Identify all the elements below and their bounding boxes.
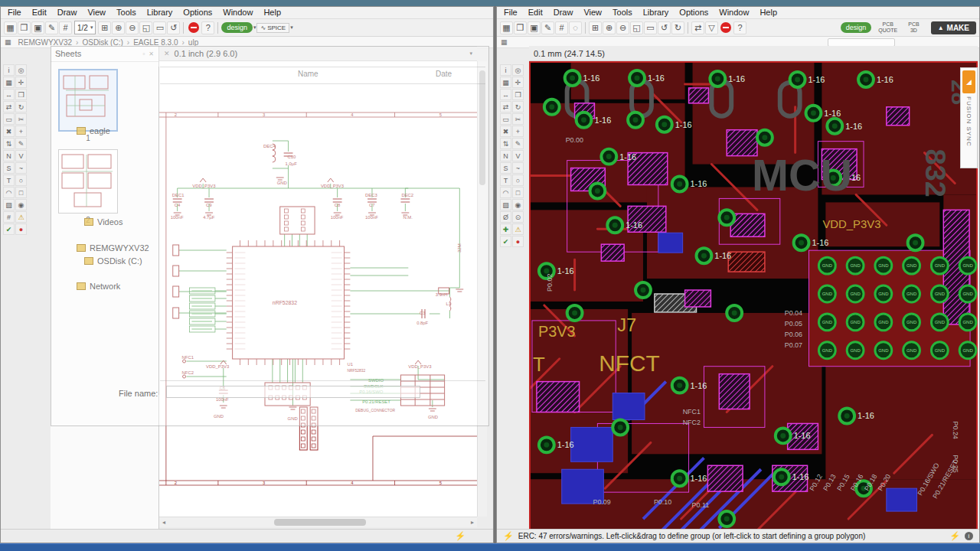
toolbar-icon[interactable]: ↻ bbox=[671, 21, 684, 34]
tool-icon[interactable]: + bbox=[512, 126, 524, 137]
menu-file[interactable]: File bbox=[2, 7, 27, 18]
gnd-pad[interactable]: GND bbox=[818, 314, 835, 331]
tool-icon[interactable]: ● bbox=[512, 236, 524, 247]
tool-icon[interactable]: ❒ bbox=[15, 89, 27, 100]
design-link-button[interactable]: design bbox=[221, 22, 253, 33]
tool-icon[interactable]: ✖ bbox=[3, 126, 15, 137]
toolbar-icon[interactable]: ▽ bbox=[705, 21, 718, 34]
via-pad[interactable] bbox=[719, 511, 734, 527]
tool-icon[interactable]: ◉ bbox=[512, 199, 524, 210]
bottom-layer-pad[interactable] bbox=[658, 233, 683, 253]
gnd-pad[interactable]: GND bbox=[959, 285, 976, 302]
toolbar-icon[interactable]: ↺ bbox=[167, 21, 180, 34]
toolbar-icon[interactable]: ▦ bbox=[4, 21, 17, 34]
tool-icon[interactable]: ↻ bbox=[512, 101, 524, 112]
gnd-pad[interactable]: GND bbox=[959, 314, 976, 331]
fusion-sync-tab[interactable]: ◢ FUSION SYNC bbox=[960, 67, 978, 168]
tool-icon[interactable]: V bbox=[512, 150, 524, 161]
via-pad[interactable] bbox=[635, 282, 651, 298]
spice-button[interactable]: ∿ SPICE bbox=[256, 23, 289, 33]
toolbar-icon[interactable]: ⊞ bbox=[589, 21, 602, 34]
tool-icon[interactable]: i bbox=[500, 64, 511, 76]
tool-icon[interactable]: ↔ bbox=[3, 89, 15, 100]
tool-icon[interactable]: ▦ bbox=[3, 77, 15, 88]
stop-button[interactable] bbox=[188, 22, 199, 33]
via-pad[interactable] bbox=[719, 210, 734, 225]
tool-icon[interactable]: ~ bbox=[15, 162, 27, 174]
tool-icon[interactable]: # bbox=[3, 211, 15, 223]
tool-icon[interactable]: ◠ bbox=[3, 187, 15, 198]
gnd-pad[interactable]: GND bbox=[875, 314, 892, 331]
tool-icon[interactable]: ✔ bbox=[500, 236, 511, 247]
toolbar-icon[interactable]: ⊕ bbox=[112, 21, 125, 34]
toolbar-icon[interactable]: ◱ bbox=[630, 21, 643, 34]
menu-edit[interactable]: Edit bbox=[27, 7, 52, 18]
gnd-pad[interactable]: GND bbox=[931, 314, 948, 331]
tool-icon[interactable]: ↻ bbox=[15, 101, 27, 112]
via-pad[interactable] bbox=[757, 130, 773, 145]
toolbar-icon[interactable]: ▣ bbox=[528, 21, 541, 34]
gnd-pad[interactable]: GND bbox=[875, 285, 892, 302]
menu-library[interactable]: Library bbox=[142, 7, 178, 18]
tool-icon[interactable]: ✎ bbox=[512, 138, 524, 149]
menu-tools[interactable]: Tools bbox=[111, 7, 142, 18]
breadcrumb-item[interactable]: ulp bbox=[187, 38, 200, 47]
tool-icon[interactable]: ✛ bbox=[15, 77, 27, 88]
toolbar-icon[interactable]: ⊖ bbox=[616, 21, 629, 34]
tool-icon[interactable]: ⇄ bbox=[3, 101, 15, 112]
toolbar-icon[interactable]: ⊖ bbox=[126, 21, 139, 34]
board-canvas-area[interactable]: 1-161-161-161-161-161-161-161-161-161-16… bbox=[529, 61, 978, 530]
tool-icon[interactable]: ○ bbox=[512, 174, 524, 186]
tool-icon[interactable]: □ bbox=[512, 187, 524, 198]
via-pad[interactable] bbox=[544, 99, 560, 115]
menu-draw[interactable]: Draw bbox=[548, 7, 579, 18]
tool-icon[interactable]: ○ bbox=[15, 174, 27, 186]
erc-lightning-icon[interactable]: ⚡ bbox=[503, 531, 514, 541]
gnd-pad[interactable]: GND bbox=[847, 314, 864, 331]
via-pad[interactable] bbox=[612, 419, 628, 435]
tool-icon[interactable]: □ bbox=[15, 187, 27, 198]
menu-view[interactable]: View bbox=[578, 7, 607, 18]
menu-help[interactable]: Help bbox=[754, 7, 782, 18]
scrollbar-thumb[interactable] bbox=[274, 519, 366, 526]
gnd-pad[interactable]: GND bbox=[931, 342, 948, 359]
tool-icon[interactable]: ◎ bbox=[512, 64, 524, 76]
zoom-ratio-dropdown[interactable]: 1/2 ▾ bbox=[74, 21, 96, 34]
toolbar-icon[interactable]: ⊞ bbox=[98, 21, 111, 34]
tool-icon[interactable]: N bbox=[500, 150, 511, 161]
bottom-layer-pad[interactable] bbox=[887, 488, 917, 511]
tool-icon[interactable]: ↔ bbox=[500, 89, 511, 100]
chevron-down-icon[interactable]: ▾ bbox=[253, 24, 256, 31]
via-pad[interactable] bbox=[628, 112, 643, 128]
tool-icon[interactable]: ⇅ bbox=[500, 138, 511, 149]
smd-pad[interactable] bbox=[601, 244, 624, 261]
tool-icon[interactable]: ● bbox=[15, 223, 27, 235]
gnd-pad[interactable]: GND bbox=[931, 285, 948, 302]
tool-icon[interactable]: T bbox=[500, 174, 511, 186]
toolbar-icon[interactable]: ↺ bbox=[658, 21, 671, 34]
smd-pad[interactable] bbox=[689, 88, 709, 103]
pcb-quote-button[interactable]: PCB QUOTE bbox=[874, 21, 901, 34]
tool-icon[interactable]: ~ bbox=[512, 162, 524, 174]
tool-icon[interactable]: ❒ bbox=[512, 89, 524, 100]
tool-icon[interactable]: ✂ bbox=[512, 113, 524, 125]
smd-pad[interactable] bbox=[685, 290, 711, 307]
tool-icon[interactable]: ▭ bbox=[500, 113, 511, 125]
menu-window[interactable]: Window bbox=[714, 7, 754, 18]
tool-icon[interactable]: ✛ bbox=[512, 77, 524, 88]
toolbar-icon[interactable]: ▣ bbox=[31, 21, 44, 34]
smd-pad[interactable] bbox=[728, 252, 765, 272]
design-link-button[interactable]: design bbox=[841, 22, 872, 33]
tool-icon[interactable]: ⇅ bbox=[3, 138, 15, 149]
taskbar[interactable] bbox=[0, 543, 980, 551]
sync-lightning-icon[interactable]: ⚡ bbox=[949, 531, 960, 541]
tool-icon[interactable]: ◠ bbox=[500, 187, 511, 198]
tool-icon[interactable]: ⚠ bbox=[512, 223, 524, 235]
tool-icon[interactable]: T bbox=[3, 174, 15, 186]
horizontal-scrollbar[interactable]: ◂ ▸ bbox=[159, 517, 477, 527]
gnd-pad[interactable]: GND bbox=[847, 285, 864, 302]
toolbar-icon[interactable]: ⇄ bbox=[691, 21, 704, 34]
tool-icon[interactable]: ⇄ bbox=[500, 101, 511, 112]
bottom-layer-pad[interactable] bbox=[571, 427, 613, 461]
menu-help[interactable]: Help bbox=[258, 7, 286, 18]
